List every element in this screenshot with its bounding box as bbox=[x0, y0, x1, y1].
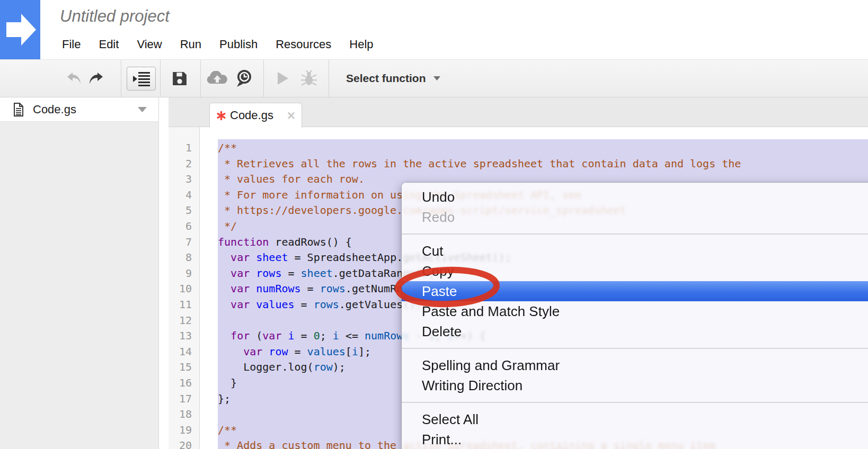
line-number: 10 bbox=[169, 281, 199, 297]
menu-item-cut[interactable]: Cut bbox=[402, 241, 868, 261]
menubar-item-publish[interactable]: Publish bbox=[210, 38, 267, 51]
menu-item-spelling-and-grammar[interactable]: Spelling and Grammar bbox=[402, 355, 868, 375]
menu-item-paste[interactable]: Paste bbox=[402, 281, 868, 301]
line-number: 8 bbox=[169, 250, 199, 266]
toolbar-separator bbox=[200, 60, 201, 97]
menu-item-redo: Redo bbox=[402, 207, 868, 227]
toolbar-separator bbox=[263, 60, 264, 97]
redo-button[interactable] bbox=[86, 60, 105, 97]
toolbar: Select function bbox=[0, 59, 868, 97]
run-icon bbox=[277, 71, 289, 85]
apps-script-editor-window: Untitled project FileEditViewRunPublishR… bbox=[0, 0, 868, 449]
line-number: 2 bbox=[169, 156, 199, 172]
toolbar-separator bbox=[329, 60, 329, 97]
menu-item-print[interactable]: Print... bbox=[402, 429, 868, 449]
menu-item-paste-and-match-style[interactable]: Paste and Match Style bbox=[402, 301, 868, 321]
run-button[interactable] bbox=[274, 60, 291, 97]
save-icon bbox=[171, 70, 188, 87]
line-number: 18 bbox=[169, 407, 199, 423]
tab-close-icon[interactable]: × bbox=[287, 109, 295, 122]
line-number: 16 bbox=[169, 375, 199, 391]
file-document-icon bbox=[13, 103, 24, 116]
menubar-item-help[interactable]: Help bbox=[340, 38, 382, 51]
header: Untitled project FileEditViewRunPublishR… bbox=[0, 0, 868, 59]
project-title[interactable]: Untitled project bbox=[60, 7, 170, 26]
select-function-label: Select function bbox=[346, 72, 426, 85]
line-number: 15 bbox=[169, 360, 199, 375]
menu-separator bbox=[402, 396, 868, 409]
line-number: 6 bbox=[169, 219, 199, 235]
menu-item-select-all[interactable]: Select All bbox=[402, 409, 868, 429]
line-number: 11 bbox=[169, 297, 199, 313]
menubar-item-edit[interactable]: Edit bbox=[90, 38, 128, 51]
toolbar-separator bbox=[160, 60, 161, 97]
sidebar-item-code-gs[interactable]: Code.gs bbox=[0, 97, 158, 122]
undo-icon bbox=[66, 70, 83, 86]
menu-separator bbox=[402, 227, 868, 241]
line-number: 14 bbox=[169, 344, 199, 360]
line-number: 4 bbox=[169, 187, 199, 203]
context-menu: UndoRedoCutCopyPastePaste and Match Styl… bbox=[402, 183, 868, 449]
chevron-down-icon[interactable] bbox=[138, 107, 147, 112]
debug-icon bbox=[300, 70, 317, 87]
tab-bar: Code.gs × bbox=[169, 97, 868, 127]
line-number: 1 bbox=[169, 140, 199, 156]
apps-script-logo-icon bbox=[0, 0, 40, 59]
line-number: 19 bbox=[169, 423, 199, 438]
file-name: Code.gs bbox=[33, 103, 138, 116]
chevron-down-icon bbox=[433, 76, 440, 80]
undo-button[interactable] bbox=[65, 60, 84, 97]
line-number: 3 bbox=[169, 172, 199, 187]
menubar-item-resources[interactable]: Resources bbox=[267, 38, 340, 51]
cloud-upload-icon bbox=[206, 71, 228, 86]
line-number: 17 bbox=[169, 391, 199, 407]
files-sidebar: Code.gs bbox=[0, 97, 159, 449]
unsaved-changes-icon bbox=[217, 111, 226, 120]
menu-item-undo[interactable]: Undo bbox=[402, 187, 868, 207]
line-number: 9 bbox=[169, 266, 199, 282]
indent-button[interactable] bbox=[127, 67, 156, 91]
indent-icon bbox=[132, 71, 150, 86]
debug-button[interactable] bbox=[298, 60, 320, 97]
toolbar-separator bbox=[121, 60, 121, 97]
code-line: * Retrieves all the rows in the active s… bbox=[218, 156, 868, 172]
line-numbers: 1234567891011121314151617181920 bbox=[169, 127, 200, 449]
save-button[interactable] bbox=[170, 60, 189, 97]
deploy-button[interactable] bbox=[206, 60, 229, 97]
menu-separator bbox=[402, 342, 868, 355]
menu-item-writing-direction[interactable]: Writing Direction bbox=[402, 375, 868, 396]
line-number: 20 bbox=[169, 438, 199, 449]
tab-code-gs[interactable]: Code.gs × bbox=[209, 103, 302, 128]
tab-title: Code.gs bbox=[230, 109, 273, 122]
menubar-item-run[interactable]: Run bbox=[171, 38, 210, 51]
menubar-item-view[interactable]: View bbox=[128, 38, 171, 51]
line-number: 12 bbox=[169, 313, 199, 329]
sidebar-splitter[interactable] bbox=[160, 97, 169, 449]
menu-item-copy[interactable]: Copy bbox=[402, 261, 868, 281]
line-number: 13 bbox=[169, 328, 199, 344]
history-button[interactable] bbox=[233, 60, 255, 97]
code-line: /** bbox=[218, 140, 868, 156]
redo-icon bbox=[87, 70, 104, 86]
menubar: FileEditViewRunPublishResourcesHelp bbox=[53, 34, 383, 55]
select-function-dropdown[interactable]: Select function bbox=[346, 60, 440, 97]
menubar-item-file[interactable]: File bbox=[53, 38, 90, 51]
line-number: 5 bbox=[169, 203, 199, 219]
menu-item-delete[interactable]: Delete bbox=[402, 321, 868, 342]
line-number: 7 bbox=[169, 235, 199, 250]
history-icon bbox=[235, 69, 254, 88]
